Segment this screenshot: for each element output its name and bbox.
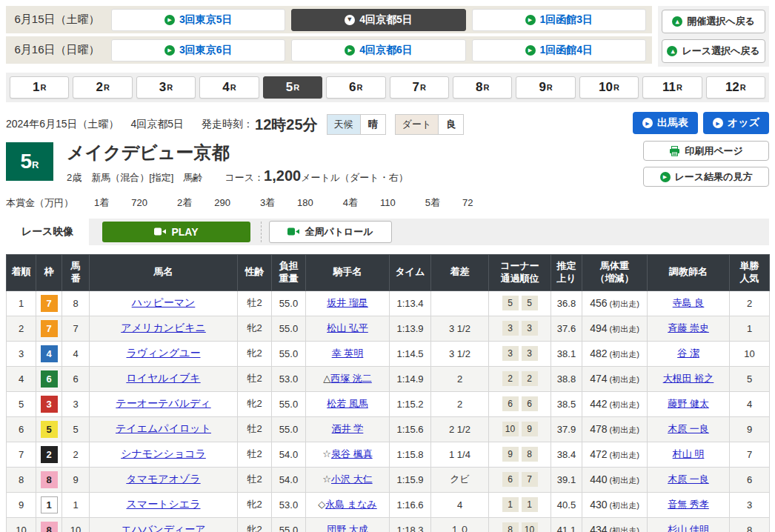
corner-position-badge: 8 xyxy=(522,447,538,462)
horse-number: 7 xyxy=(62,316,90,341)
carried-weight: 53.0 xyxy=(272,366,306,391)
horse-weight-note: (初出走) xyxy=(607,450,639,459)
meeting-button-label: 3回東京6日 xyxy=(179,44,233,57)
meeting-button[interactable]: ▶4回京都5日 xyxy=(291,9,465,31)
race-tab-3r[interactable]: 3R xyxy=(136,76,196,99)
back-to-race-select-button[interactable]: ▶ レース選択へ戻る xyxy=(662,39,765,63)
race-tab-1r[interactable]: 1R xyxy=(10,76,69,99)
back-to-race-select-label: レース選択へ戻る xyxy=(682,44,759,58)
horse-name-link[interactable]: タマモアオゾラ xyxy=(126,473,200,485)
table-row: 911スマートシエラ牝253.0◇永島 まなみ1:16.641140.5430 … xyxy=(7,492,770,517)
odds-button[interactable]: ▶ オッズ xyxy=(703,112,769,134)
back-to-kaisai-button[interactable]: ▶ 開催選択へ戻る xyxy=(662,10,765,33)
jockey-name-link[interactable]: 泉谷 楓真 xyxy=(331,448,373,459)
meeting-button[interactable]: ▶3回東京5日 xyxy=(111,9,285,31)
patrol-video-button[interactable]: 全周パトロール xyxy=(269,221,392,243)
carried-weight: 55.0 xyxy=(272,517,306,532)
jockey-name-link[interactable]: 永島 まなみ xyxy=(325,499,377,510)
trainer-name-link[interactable]: 杉山 佳明 xyxy=(668,524,709,532)
trainer-name-link[interactable]: 藤野 健太 xyxy=(668,398,709,409)
horse-name-link[interactable]: アメリカンビキニ xyxy=(121,322,206,333)
jockey-name-link[interactable]: 坂井 瑠星 xyxy=(327,297,368,308)
trainer-name-link[interactable]: 大根田 裕之 xyxy=(663,373,714,384)
race-tab-5r[interactable]: 5R xyxy=(263,76,322,99)
trainer-name-link[interactable]: 木原 一良 xyxy=(668,473,709,485)
horse-name-link[interactable]: ロイヤルイブキ xyxy=(126,372,200,384)
horse-name-link[interactable]: テイエムパイロット xyxy=(116,422,211,434)
trainer-name-link[interactable]: 寺島 良 xyxy=(673,297,705,308)
corner-position-badge: 8 xyxy=(502,522,519,532)
horse-name-link[interactable]: エハバンディーア xyxy=(121,523,205,532)
jockey-name-link[interactable]: 松若 風馬 xyxy=(327,398,368,409)
trainer-name-link[interactable]: 音無 秀孝 xyxy=(668,499,709,510)
prize-place: 3着 xyxy=(260,197,275,208)
print-page-button[interactable]: 印刷用ページ xyxy=(643,141,769,161)
sex-age: 牝2 xyxy=(238,391,272,416)
horse-weight: 440 xyxy=(590,473,607,485)
horse-name-link[interactable]: スマートシエラ xyxy=(127,498,201,510)
horse-name-cell: テイエムパイロット xyxy=(90,416,238,442)
horse-name-link[interactable]: ラヴィングユー xyxy=(127,347,201,359)
last-3f-time: 37.9 xyxy=(551,416,582,442)
track-condition-badge: ダート 良 xyxy=(395,114,465,135)
race-tab-number: 12 xyxy=(725,80,739,95)
bracket-badge: 7 xyxy=(41,295,58,312)
race-tab-4r[interactable]: 4R xyxy=(199,76,259,99)
jockey-name-link[interactable]: 幸 英明 xyxy=(332,348,364,359)
jockey-name-link[interactable]: 西塚 洸二 xyxy=(330,373,372,384)
jockey-name-link[interactable]: 団野 大成 xyxy=(327,524,368,532)
weather-badge: 天候 晴 xyxy=(327,114,386,135)
trainer-name-link[interactable]: 谷 潔 xyxy=(677,348,699,359)
race-tab-12r[interactable]: 12R xyxy=(706,76,765,99)
race-tab-9r[interactable]: 9R xyxy=(516,76,575,99)
meeting-button[interactable]: ▶3回東京6日 xyxy=(111,39,285,61)
race-tab-10r[interactable]: 10R xyxy=(579,76,639,99)
jockey-name-link[interactable]: 松山 弘平 xyxy=(327,322,368,333)
meeting-button-label: 1回函館3日 xyxy=(540,13,593,27)
horse-weight-note: (初出走) xyxy=(607,350,639,359)
sex-age: 牝2 xyxy=(238,517,272,532)
results-table: 着順枠馬 番馬名性齢負担 重量騎手名タイム着差コーナー 通過順位推定 上り馬体重… xyxy=(6,254,770,532)
race-number: 5 xyxy=(21,150,33,173)
horse-weight: 494 xyxy=(590,322,607,334)
horse-name-link[interactable]: ハッピーマン xyxy=(132,296,196,308)
arrow-right-icon: ▶ xyxy=(660,172,671,182)
carried-weight: 54.0 xyxy=(272,467,306,492)
finish-time: 1:14.5 xyxy=(390,341,431,366)
trainer-name-link[interactable]: 木原 一良 xyxy=(668,423,709,434)
weather-label: 天候 xyxy=(327,115,361,134)
race-tab-number: 9 xyxy=(539,80,545,95)
jockey-name-link[interactable]: 酒井 学 xyxy=(332,423,364,434)
entry-table-button[interactable]: ▶ 出馬表 xyxy=(633,112,698,134)
meeting-button[interactable]: ▶1回函館4日 xyxy=(472,39,646,61)
race-tab-11r[interactable]: 11R xyxy=(642,76,702,99)
race-tab-2r[interactable]: 2R xyxy=(73,76,132,99)
play-video-button[interactable]: PLAY xyxy=(102,222,250,242)
horse-number: 4 xyxy=(62,341,90,366)
race-tab-7r[interactable]: 7R xyxy=(390,76,449,99)
trainer-name-link[interactable]: 村山 明 xyxy=(673,448,705,459)
jockey-cell: 坂井 瑠星 xyxy=(306,290,390,316)
arrow-right-icon: ▶ xyxy=(713,118,723,128)
horse-name-link[interactable]: テーオーテバルディ xyxy=(116,397,210,409)
finish-time: 1:15.2 xyxy=(390,391,431,416)
finish-time: 1:18.3 xyxy=(390,517,431,532)
race-tab-6r[interactable]: 6R xyxy=(326,76,385,99)
horse-name-link[interactable]: シナモンショコラ xyxy=(121,448,206,459)
course-distance-suffix: メートル（ダート・右） xyxy=(301,171,408,184)
results-guide-button[interactable]: ▶ レース結果の見方 xyxy=(643,167,769,187)
last-3f-time: 36.8 xyxy=(551,290,582,316)
trainer-cell: 寺島 良 xyxy=(648,290,730,316)
trainer-name-link[interactable]: 斉藤 崇史 xyxy=(668,322,709,333)
race-tab-suffix: R xyxy=(740,83,746,92)
meeting-button[interactable]: ▶4回京都6日 xyxy=(291,39,465,61)
jockey-name-link[interactable]: 小沢 大仁 xyxy=(331,473,373,485)
weather-value: 晴 xyxy=(361,115,385,134)
table-row: 178ハッピーマン牡255.0坂井 瑠星1:13.45536.8456 (初出走… xyxy=(7,290,770,316)
race-tab-8r[interactable]: 8R xyxy=(453,76,512,99)
meeting-button-label: 4回京都5日 xyxy=(359,13,413,27)
corner-positions: 11 xyxy=(489,492,551,517)
race-conditions-line: 2歳 新馬（混合）[指定] 馬齢 コース： 1,200 メートル（ダート・右） xyxy=(67,167,408,184)
meeting-button[interactable]: ▶1回函館3日 xyxy=(472,9,646,31)
horse-weight-cell: 472 (初出走) xyxy=(582,442,648,467)
